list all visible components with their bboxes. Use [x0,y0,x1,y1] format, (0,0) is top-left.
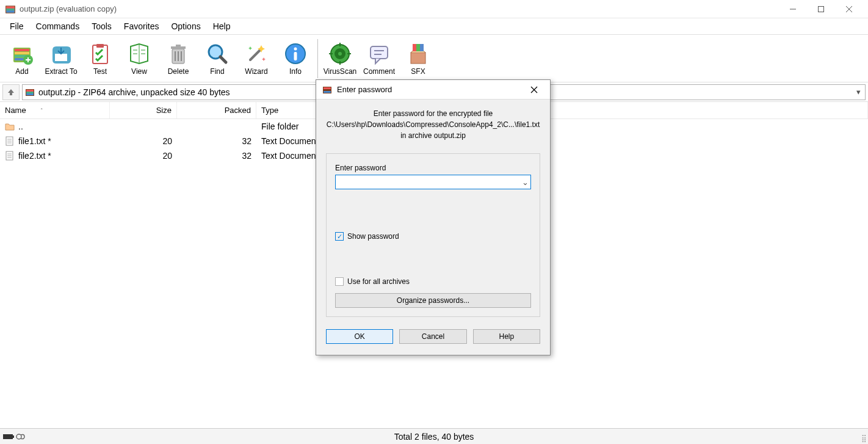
toolbar-add-label: Add [15,67,28,76]
svg-rect-46 [413,44,416,51]
statusbar-icons [0,432,27,441]
file-size: 20 [110,151,177,161]
svg-rect-4 [6,10,15,12]
maximize-button[interactable] [807,0,835,18]
toolbar-test-label: Test [93,67,107,76]
svg-rect-11 [15,52,29,54]
toolbar-separator [317,39,318,78]
help-button[interactable]: Help [473,329,540,344]
toolbar-find-label: Find [210,67,224,76]
menu-help[interactable]: Help [207,19,237,34]
show-password-checkbox[interactable] [335,232,344,241]
password-dialog: Enter password Enter password for the en… [316,79,551,355]
toolbar-view-button[interactable]: View [120,37,159,81]
resize-grip[interactable]: ⣿ [861,434,867,443]
cancel-button[interactable]: Cancel [399,329,466,344]
svg-point-37 [338,52,342,56]
file-packed: 32 [177,151,256,161]
svg-line-30 [220,57,226,62]
file-packed: 32 [177,136,256,146]
toolbar-test-button[interactable]: Test [81,37,120,81]
toolbar-view-label: View [131,67,147,76]
minimize-button[interactable] [779,0,807,18]
virusscan-icon [328,42,352,66]
svg-rect-50 [26,90,34,92]
winrar-app-icon [5,4,16,15]
toolbar-wizard-label: Wizard [245,67,267,76]
winrar-app-icon [322,85,332,95]
svg-rect-61 [3,434,13,439]
titlebar: output.zip (evaluation copy) [0,0,868,18]
toolbar-extract-label: Extract To [45,67,77,76]
svg-rect-34 [294,52,297,60]
file-name: file1.txt * [18,136,51,146]
file-name: file2.txt * [18,151,51,161]
up-button[interactable] [2,84,20,100]
delete-icon [166,42,190,66]
path-text: output.zip - ZIP64 archive, unpacked siz… [38,87,230,97]
dialog-close-button[interactable] [524,86,544,93]
file-size: 20 [110,136,177,146]
chevron-down-icon[interactable]: ⌄ [520,176,530,188]
svg-rect-48 [420,44,424,51]
svg-rect-2 [6,6,15,8]
show-password-label: Show password [347,232,399,241]
toolbar-delete-button[interactable]: Delete [159,37,198,81]
svg-line-31 [250,49,261,60]
toolbar-find-button[interactable]: Find [198,37,237,81]
text-file-icon [5,151,15,161]
toolbar-delete-label: Delete [168,67,189,76]
toolbar-info-button[interactable]: Info [276,37,315,81]
use-all-archives-checkbox[interactable] [335,277,344,286]
menu-file[interactable]: File [4,19,30,34]
ok-button[interactable]: OK [326,329,393,344]
toolbar-extract-button[interactable]: Extract To [42,37,81,81]
archive-icon [25,87,35,97]
password-input[interactable] [335,175,531,189]
svg-rect-67 [324,91,331,93]
svg-rect-47 [416,44,420,51]
menu-favorites[interactable]: Favorites [118,19,165,34]
column-size[interactable]: Size [110,102,177,118]
toolbar-comment-button[interactable]: Comment [360,37,399,81]
password-label: Enter password [335,164,531,172]
close-button[interactable] [835,0,863,18]
find-icon [205,42,230,66]
toolbar-virusscan-label: VirusScan [324,67,356,76]
view-icon [127,42,151,66]
svg-rect-16 [93,45,107,64]
svg-rect-51 [26,92,34,93]
menu-tools[interactable]: Tools [85,19,118,34]
chevron-down-icon[interactable]: ▾ [853,86,864,98]
add-icon [10,42,34,66]
menu-commands[interactable]: Commands [30,19,86,34]
file-name: .. [18,122,23,131]
toolbar-add-button[interactable]: Add [2,37,42,81]
dialog-titlebar[interactable]: Enter password [316,80,550,100]
svg-rect-65 [324,87,331,89]
svg-point-63 [16,434,21,439]
dialog-title: Enter password [337,85,392,94]
comment-icon [367,42,391,66]
svg-rect-25 [176,45,181,47]
svg-rect-10 [15,49,29,51]
window-title: output.zip (evaluation copy) [20,4,117,13]
folder-up-icon [5,122,15,131]
svg-rect-52 [26,93,34,95]
toolbar-sfx-label: SFX [411,67,425,76]
menubar: File Commands Tools Favorites Options He… [0,18,868,35]
dialog-message: Enter password for the encrypted file C:… [326,108,540,141]
toolbar-virusscan-button[interactable]: VirusScan [320,37,360,81]
toolbar: Add Extract To Test View Delete Find Wiz… [0,35,868,82]
column-packed[interactable]: Packed [177,102,256,118]
toolbar-sfx-button[interactable]: SFX [399,37,438,81]
svg-rect-6 [819,6,824,12]
menu-options[interactable]: Options [165,19,206,34]
svg-rect-42 [371,46,388,59]
svg-rect-15 [55,54,67,61]
test-icon [88,42,112,66]
column-name[interactable]: Nameˆ [0,102,110,118]
organize-passwords-button[interactable]: Organize passwords... [335,293,531,308]
status-text: Total 2 files, 40 bytes [394,432,474,442]
toolbar-wizard-button[interactable]: Wizard [237,37,276,81]
